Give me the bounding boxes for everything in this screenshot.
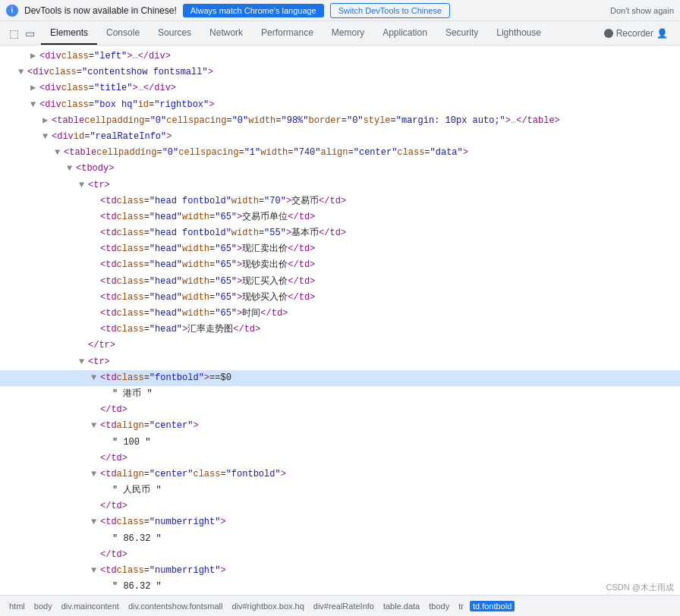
breadcrumb-item[interactable]: tr bbox=[455, 601, 467, 611]
breadcrumb-item[interactable]: td.fontbold bbox=[470, 601, 515, 611]
dom-line[interactable]: <td class="head" width="65"> 交易币单位 </td> bbox=[0, 209, 680, 225]
match-language-button[interactable]: Always match Chrome's language bbox=[183, 4, 324, 17]
dom-line[interactable]: <td class="head" width="65"> 现钞买入价 </td> bbox=[0, 290, 680, 306]
collapse-toggle[interactable]: ▼ bbox=[91, 371, 99, 385]
dom-line[interactable]: ▼<td class="numberright"> bbox=[0, 514, 680, 530]
tab-console[interactable]: Console bbox=[97, 21, 149, 45]
dom-line[interactable]: <td class="head" width="65"> 时间 </td> bbox=[0, 306, 680, 322]
tab-network[interactable]: Network bbox=[200, 21, 252, 45]
dom-line[interactable]: ▼<div id="realRateInfo"> bbox=[0, 129, 680, 145]
dom-line[interactable]: <td class="head"> 汇率走势图 </td> bbox=[0, 322, 680, 338]
dom-line[interactable]: ▶<div class="title">…</div> bbox=[0, 80, 680, 96]
dom-line[interactable]: <td class="head fontbold" width="70"> 交易… bbox=[0, 193, 680, 209]
recorder-dot-icon bbox=[604, 29, 613, 38]
dom-line[interactable]: " 人民币 " bbox=[0, 482, 680, 498]
tab-memory[interactable]: Memory bbox=[323, 21, 373, 45]
collapse-toggle[interactable]: ▼ bbox=[79, 355, 87, 369]
dom-line[interactable]: </td> bbox=[0, 451, 680, 467]
tab-elements[interactable]: Elements bbox=[41, 21, 97, 45]
tab-application[interactable]: Application bbox=[373, 21, 436, 45]
dom-line[interactable]: " 100 " bbox=[0, 435, 680, 451]
dom-line[interactable]: <td class="head" width="65"> 现钞卖出价 </td> bbox=[0, 257, 680, 273]
breadcrumb-item[interactable]: div#rightbox.box.hq bbox=[228, 601, 307, 611]
collapse-toggle[interactable]: ▼ bbox=[91, 419, 99, 433]
dom-line[interactable]: </td> bbox=[0, 498, 680, 514]
dom-line[interactable]: <td class="head fontbold" width="55"> 基本… bbox=[0, 225, 680, 241]
dom-line[interactable]: ▶<table cellpadding="0" cellspacing="0" … bbox=[0, 113, 680, 129]
dom-line[interactable]: </td> bbox=[0, 547, 680, 563]
collapse-toggle[interactable]: ▼ bbox=[91, 564, 99, 578]
dom-line[interactable]: </td> bbox=[0, 402, 680, 418]
dom-line[interactable]: ▼<td align="center" class="fontbold"> bbox=[0, 467, 680, 482]
notification-text: DevTools is now available in Chinese! bbox=[24, 5, 177, 16]
dom-line[interactable]: ▶<div class="left">…</div> bbox=[0, 49, 680, 64]
dom-line[interactable]: ▼<td align="center"> bbox=[0, 418, 680, 434]
tab-security[interactable]: Security bbox=[436, 21, 487, 45]
tab-icons: ⬚ ▭ bbox=[3, 21, 41, 45]
watermark: CSDN @木土雨成 bbox=[606, 582, 674, 593]
dom-line[interactable]: ▼<tr> bbox=[0, 178, 680, 193]
dismiss-button[interactable]: Don't show again bbox=[610, 6, 674, 15]
collapse-toggle[interactable]: ▼ bbox=[55, 146, 62, 160]
dom-line[interactable]: ▼<div class="box hq" id="rightbox"> bbox=[0, 97, 680, 113]
breadcrumb-item[interactable]: div.maincontent bbox=[58, 601, 122, 611]
switch-devtools-button[interactable]: Switch DevTools to Chinese bbox=[330, 3, 450, 18]
recorder-person-icon: 👤 bbox=[656, 28, 668, 39]
breadcrumb-item[interactable]: tbody bbox=[426, 601, 452, 611]
dom-line[interactable]: " 86.32 " bbox=[0, 579, 680, 595]
collapse-toggle[interactable]: ▼ bbox=[30, 98, 38, 112]
breadcrumb-item[interactable]: html bbox=[6, 601, 28, 611]
dom-line[interactable]: </tr> bbox=[0, 338, 680, 354]
device-icon[interactable]: ▭ bbox=[24, 26, 36, 41]
dom-content: ▶<div class="left">…</div>▼<div class="c… bbox=[0, 46, 680, 595]
dom-line[interactable]: ▼<div class="contentshow fontsmall"> bbox=[0, 64, 680, 80]
expand-toggle[interactable]: ▶ bbox=[30, 49, 38, 64]
dom-line[interactable]: ▼<td class="fontbold"> == $0 bbox=[0, 370, 680, 386]
collapse-toggle[interactable]: ▼ bbox=[79, 178, 87, 193]
tab-sources[interactable]: Sources bbox=[149, 21, 200, 45]
tab-performance[interactable]: Performance bbox=[252, 21, 323, 45]
breadcrumb-bar: html body div.maincontent div.contentsho… bbox=[0, 595, 680, 616]
dom-line[interactable]: " 86.32 " bbox=[0, 531, 680, 547]
dom-line[interactable]: ▼<tbody> bbox=[0, 161, 680, 177]
expand-toggle[interactable]: ▶ bbox=[30, 81, 38, 96]
inspect-icon[interactable]: ⬚ bbox=[8, 26, 20, 41]
tab-recorder[interactable]: Recorder 👤 bbox=[595, 21, 677, 45]
recorder-label: Recorder bbox=[616, 28, 653, 39]
dom-line[interactable]: <td class="head" width="65"> 现汇买入价 </td> bbox=[0, 274, 680, 290]
dom-line[interactable]: ▼<table cellpadding="0" cellspacing="1" … bbox=[0, 145, 680, 161]
tab-bar: ⬚ ▭ Elements Console Sources Network Per… bbox=[0, 21, 680, 46]
dom-line[interactable]: <td class="head" width="65"> 现汇卖出价 </td> bbox=[0, 241, 680, 257]
notification-bar: i DevTools is now available in Chinese! … bbox=[0, 0, 680, 21]
expand-toggle[interactable]: ▶ bbox=[42, 114, 50, 128]
breadcrumb-item[interactable]: div#realRateInfo bbox=[310, 601, 377, 611]
dom-line[interactable]: " 港币 " bbox=[0, 386, 680, 402]
collapse-toggle[interactable]: ▼ bbox=[91, 515, 99, 530]
breadcrumb-item[interactable]: div.contentshow.fontsmall bbox=[125, 601, 226, 611]
collapse-toggle[interactable]: ▼ bbox=[67, 162, 74, 176]
collapse-toggle[interactable]: ▼ bbox=[42, 130, 50, 144]
breadcrumb-item[interactable]: table.data bbox=[380, 601, 423, 611]
tab-lighthouse[interactable]: Lighthouse bbox=[487, 21, 550, 45]
breadcrumb-item[interactable]: body bbox=[31, 601, 55, 611]
collapse-toggle[interactable]: ▼ bbox=[91, 467, 99, 482]
collapse-toggle[interactable]: ▼ bbox=[18, 65, 26, 80]
dom-line[interactable]: ▼<tr> bbox=[0, 354, 680, 370]
info-icon: i bbox=[6, 5, 18, 17]
dom-line[interactable]: ▼<td class="numberright"> bbox=[0, 563, 680, 579]
